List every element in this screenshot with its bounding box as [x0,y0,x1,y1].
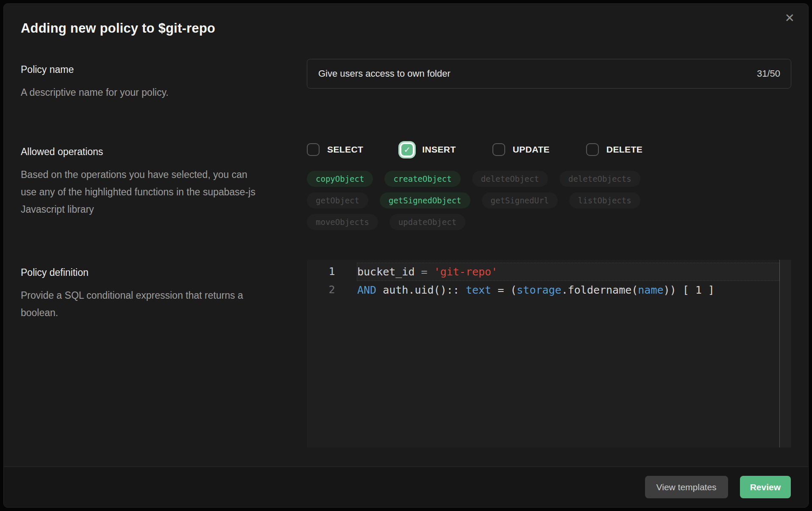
char-counter: 31/50 [757,68,780,79]
operation-select[interactable]: SELECT [307,143,363,156]
function-pill-row: moveObjectsupdateObject [307,214,791,230]
operation-insert[interactable]: ✓INSERT [400,144,456,156]
policy-name-input-wrap: 31/50 [307,59,791,89]
code-line-2[interactable]: 2AND auth.uid():: text = (storage.folder… [307,281,791,299]
policy-definition-section: Policy definition Provide a SQL conditio… [21,260,791,447]
function-pill-createObject: createObject [384,171,460,187]
policy-name-input[interactable] [307,59,791,89]
checkbox-checked-icon[interactable]: ✓ [401,144,413,156]
function-pill-getSignedUrl: getSignedUrl [482,192,558,208]
line-content: bucket_id = 'git-repo' [357,263,780,281]
line-content: AND auth.uid():: text = (storage.foldern… [357,281,780,299]
policy-definition-label: Policy definition [21,267,264,278]
checkbox-icon[interactable] [307,143,320,156]
checkbox-icon[interactable] [492,143,505,156]
line-number: 2 [307,281,357,299]
add-policy-dialog: ✕ Adding new policy to $git-repo Policy … [3,3,809,508]
function-pill-getObject: getObject [307,192,368,208]
allowed-operations-description: Based on the operations you have selecte… [21,166,264,218]
sql-editor[interactable]: 1bucket_id = 'git-repo'2AND auth.uid()::… [307,260,791,447]
functions-grid: copyObjectcreateObjectdeleteObjectdelete… [307,171,791,230]
dialog-body: ✕ Adding new policy to $git-repo Policy … [4,4,808,467]
operation-label: INSERT [422,144,456,155]
function-pill-deleteObject: deleteObject [472,171,548,187]
policy-definition-description: Provide a SQL conditional expression tha… [21,287,264,322]
function-pill-copyObject: copyObject [307,171,373,187]
policy-definition-labels: Policy definition Provide a SQL conditio… [21,260,307,322]
editor-scrollbar[interactable] [780,260,791,447]
allowed-operations-labels: Allowed operations Based on the operatio… [21,140,307,218]
line-number: 1 [307,263,357,281]
operation-label: SELECT [327,144,363,155]
allowed-operations-label: Allowed operations [21,146,264,158]
checkmark-icon: ✓ [404,146,411,154]
function-pill-row: getObjectgetSignedObjectgetSignedUrllist… [307,192,791,208]
operation-delete[interactable]: DELETE [586,143,642,156]
dialog-title: Adding new policy to $git-repo [21,21,791,36]
policy-name-description: A descriptive name for your policy. [21,84,264,101]
operation-label: DELETE [606,144,642,155]
checkbox-icon[interactable] [586,143,599,156]
operation-update[interactable]: UPDATE [492,143,550,156]
function-pill-listObjects: listObjects [569,192,640,208]
function-pill-getSignedObject: getSignedObject [380,192,470,208]
function-pill-moveObjects: moveObjects [307,214,378,230]
allowed-operations-section: Allowed operations Based on the operatio… [21,140,791,230]
close-icon[interactable]: ✕ [785,12,795,24]
policy-name-labels: Policy name A descriptive name for your … [21,59,307,101]
operations-row: SELECT✓INSERTUPDATEDELETE [307,140,791,159]
review-button[interactable]: Review [740,476,791,498]
policy-name-section: Policy name A descriptive name for your … [21,59,791,101]
editor-ruler [779,260,780,447]
function-pill-deleteObjects: deleteObjects [559,171,640,187]
policy-name-label: Policy name [21,64,264,75]
code-line-1[interactable]: 1bucket_id = 'git-repo' [307,263,791,281]
dialog-footer: View templates Review [4,467,808,507]
view-templates-button[interactable]: View templates [645,476,728,498]
function-pill-row: copyObjectcreateObjectdeleteObjectdelete… [307,171,791,187]
code-lines: 1bucket_id = 'git-repo'2AND auth.uid()::… [307,263,791,299]
function-pill-updateObject: updateObject [389,214,465,230]
operation-label: UPDATE [513,144,550,155]
